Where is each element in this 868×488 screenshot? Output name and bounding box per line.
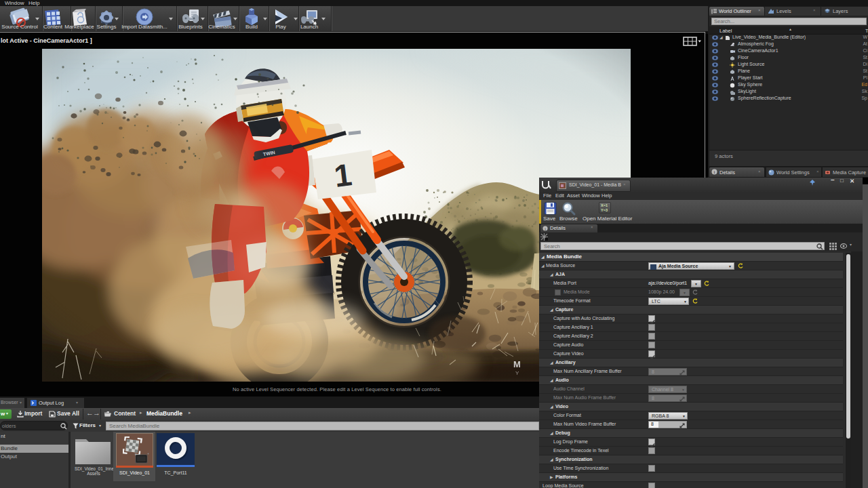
svg-text:i: i: [714, 169, 715, 175]
